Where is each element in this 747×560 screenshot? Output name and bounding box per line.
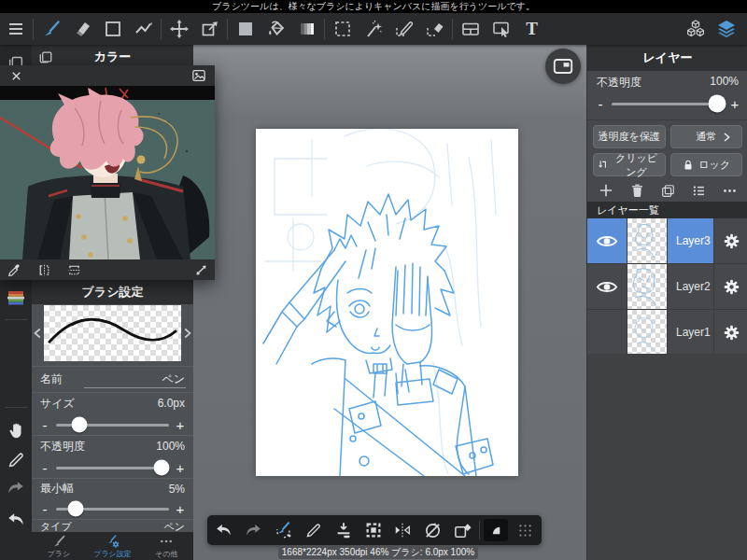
delete-layer-button[interactable] (625, 179, 649, 202)
layer-row-layer1[interactable]: Layer1 (587, 310, 747, 356)
lock-button[interactable]: ロック (670, 153, 743, 176)
redo-button[interactable] (0, 476, 32, 500)
clear-layer-button[interactable] (449, 517, 475, 543)
undo-button[interactable] (211, 517, 237, 543)
pen-toggle-button[interactable] (301, 517, 327, 543)
polyline-tool-button[interactable] (128, 13, 159, 45)
slider-thumb[interactable] (72, 417, 88, 433)
select-pen-button[interactable] (388, 13, 419, 45)
reference-window-titlebar[interactable] (0, 65, 215, 86)
protect-alpha-button[interactable]: 透明度を保護 (593, 125, 666, 148)
tab-brush-settings[interactable]: ブラシ設定 (86, 532, 140, 560)
drawing-canvas[interactable] (256, 129, 518, 476)
blend-mode-button[interactable]: 通常 (670, 125, 743, 148)
panel-divide-button[interactable] (455, 13, 486, 45)
minus-button[interactable]: - (39, 501, 50, 517)
slider-track[interactable] (56, 424, 169, 427)
bucket-tool-button[interactable] (261, 13, 291, 45)
select-eraser-button[interactable] (419, 13, 450, 45)
trash-icon (629, 183, 645, 199)
duplicate-layer-button[interactable] (655, 179, 680, 202)
reset-rotation-button[interactable] (419, 517, 445, 543)
slider-thumb[interactable] (708, 95, 726, 113)
layer-row-layer3[interactable]: Layer3 (587, 218, 747, 264)
plus-button[interactable]: + (729, 96, 740, 112)
eyedropper-button[interactable] (4, 260, 24, 279)
panels-icon[interactable] (37, 49, 54, 65)
undo-button[interactable] (0, 508, 32, 532)
materials-button[interactable] (680, 13, 711, 45)
layer-name[interactable]: Layer2 (668, 264, 714, 309)
brush-tool-button[interactable] (35, 13, 66, 45)
text-tool-button[interactable]: T (516, 13, 547, 45)
layer-name[interactable]: Layer3 (668, 218, 714, 263)
brush-name-row[interactable]: 名前 ペン (32, 366, 193, 393)
object-select-button[interactable] (486, 13, 516, 45)
drag-handle[interactable] (512, 517, 538, 543)
reference-image[interactable] (0, 86, 215, 259)
magic-wand-button[interactable] (358, 13, 388, 45)
save-button[interactable] (331, 517, 357, 543)
transform-tool-button[interactable] (194, 13, 225, 45)
tab-others[interactable]: その他 (139, 532, 193, 560)
plus-button[interactable]: + (175, 417, 186, 433)
menu-button[interactable] (0, 13, 31, 45)
layer-thumbnail[interactable] (627, 310, 668, 355)
clipping-button[interactable]: クリッピング (593, 153, 666, 176)
slider-track[interactable] (56, 467, 169, 469)
plus-button[interactable]: + (175, 460, 186, 476)
layer-name[interactable]: Layer1 (668, 310, 714, 355)
eraser-tool-button[interactable] (66, 13, 97, 45)
layers-panel-header: レイヤー (587, 45, 747, 71)
canvas-workspace[interactable]: 1668*2224px 350dpi 46% ブラシ: 6.0px 100% (193, 45, 586, 560)
shape-tool-button[interactable] (97, 13, 128, 45)
pencil-icon (7, 451, 25, 469)
layer-visibility-toggle[interactable] (587, 310, 627, 355)
slider-thumb[interactable] (153, 460, 169, 476)
layer-more-button[interactable] (717, 179, 741, 202)
selection-frame-button[interactable] (360, 517, 387, 543)
minus-button[interactable]: - (595, 96, 606, 112)
layers-panel-toggle-button[interactable] (711, 13, 741, 45)
minus-button[interactable]: - (39, 417, 50, 433)
layer-list-view-button[interactable] (686, 179, 711, 202)
brush-type-row[interactable]: タイプ ペン (32, 519, 193, 533)
next-brush-arrow[interactable] (181, 304, 193, 362)
layer-visibility-toggle[interactable] (587, 264, 627, 309)
close-reference-button[interactable] (6, 66, 26, 85)
flip-canvas-button[interactable] (389, 517, 416, 543)
reference-image-window[interactable] (0, 65, 215, 280)
brush-rotate-button[interactable] (271, 517, 297, 543)
floating-window-button[interactable] (545, 49, 581, 84)
add-layer-button[interactable] (594, 179, 618, 202)
hand-tool-button[interactable] (0, 418, 32, 442)
layer-settings-button[interactable] (714, 218, 747, 263)
layer-settings-button[interactable] (714, 264, 747, 309)
prev-brush-arrow[interactable] (32, 304, 44, 362)
quick-tool-button[interactable] (484, 519, 508, 541)
resize-reference-button[interactable] (190, 260, 211, 279)
layer-settings-button[interactable] (714, 310, 747, 355)
pen-mode-button[interactable] (0, 448, 32, 472)
redo-button[interactable] (241, 517, 267, 543)
layer-thumbnail[interactable] (627, 218, 668, 263)
slider-track[interactable] (612, 103, 724, 105)
flip-horizontal-button[interactable] (34, 260, 54, 279)
minus-button[interactable]: - (39, 460, 50, 476)
color-palette-button[interactable] (0, 286, 32, 310)
slider-track[interactable] (56, 508, 169, 511)
slider-thumb[interactable] (67, 501, 83, 517)
brush-stroke-preview[interactable] (44, 305, 181, 361)
tab-brush[interactable]: ブラシ (32, 532, 86, 560)
select-tool-button[interactable] (327, 13, 358, 45)
flip-vertical-button[interactable] (63, 260, 84, 279)
ellipsis-icon (159, 534, 174, 549)
layer-visibility-toggle[interactable] (587, 218, 627, 263)
layer-row-layer2[interactable]: Layer2 (587, 264, 747, 310)
move-tool-button[interactable] (163, 13, 194, 45)
plus-button[interactable]: + (175, 501, 186, 517)
layer-thumbnail[interactable] (627, 264, 668, 309)
open-image-button[interactable] (189, 66, 209, 85)
gradient-tool-button[interactable] (291, 13, 322, 45)
fill-tool-button[interactable] (230, 13, 261, 45)
